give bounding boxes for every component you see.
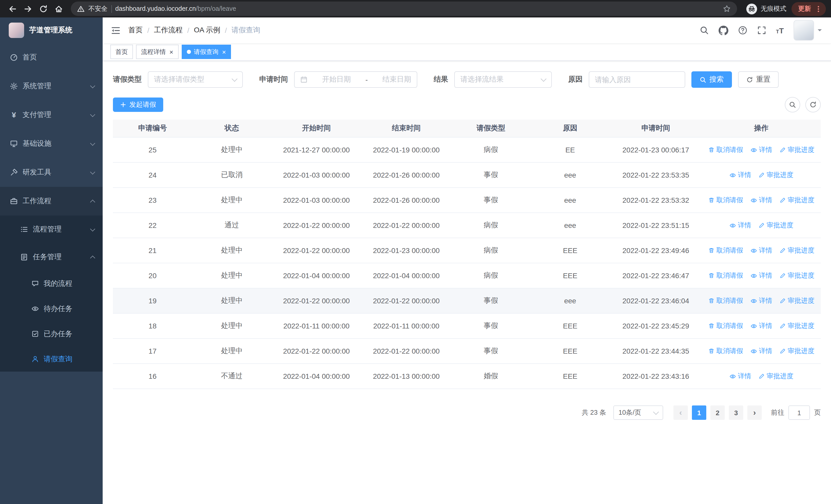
eye-icon — [729, 172, 736, 178]
detail-link[interactable]: 详情 — [750, 246, 772, 255]
page-button-3[interactable]: 3 — [729, 406, 743, 420]
cancel-leave-link[interactable]: 取消请假 — [708, 246, 743, 255]
search-icon[interactable] — [699, 26, 709, 35]
fullscreen-icon[interactable] — [757, 26, 766, 35]
breadcrumb-item[interactable]: 首页 — [128, 26, 143, 35]
reset-button[interactable]: 重置 — [738, 71, 779, 88]
col-status: 状态 — [192, 120, 271, 137]
detail-link[interactable]: 详情 — [750, 196, 772, 205]
sidebar-item-infra[interactable]: 基础设施 — [0, 129, 103, 158]
next-page-button[interactable]: › — [747, 406, 762, 420]
sidebar-item-devtools[interactable]: 研发工具 — [0, 158, 103, 187]
close-icon[interactable]: × — [169, 49, 173, 55]
sidebar-item-workflow[interactable]: 工作流程 — [0, 187, 103, 215]
cancel-leave-link[interactable]: 取消请假 — [708, 271, 743, 280]
sidebar-item-my-process[interactable]: 我的流程 — [0, 271, 103, 296]
create-leave-button[interactable]: 发起请假 — [113, 97, 163, 112]
cell-start-time: 2022-01-22 00:00:00 — [271, 338, 361, 364]
sidebar-item-system[interactable]: 系统管理 — [0, 72, 103, 100]
cancel-leave-link[interactable]: 取消请假 — [708, 347, 743, 356]
sidebar-item-payment[interactable]: ¥ 支付管理 — [0, 100, 103, 129]
detail-link[interactable]: 详情 — [750, 271, 772, 280]
cancel-leave-link[interactable]: 取消请假 — [708, 296, 743, 305]
cancel-leave-link[interactable]: 取消请假 — [708, 196, 743, 205]
detail-link[interactable]: 详情 — [750, 347, 772, 356]
user-menu[interactable] — [794, 20, 822, 40]
breadcrumb-item[interactable]: OA 示例 — [194, 26, 221, 35]
approval-progress-link[interactable]: 审批进度 — [779, 271, 814, 280]
approval-progress-link[interactable]: 审批进度 — [779, 296, 814, 305]
cancel-leave-link[interactable]: 取消请假 — [708, 321, 743, 330]
search-button[interactable]: 搜索 — [691, 71, 732, 88]
filter-reason: 原因 — [568, 71, 685, 88]
end-date-input[interactable]: 结束日期 — [382, 75, 411, 84]
goto-page-input[interactable] — [789, 406, 810, 420]
sidebar-item-leave-query[interactable]: 请假查询 — [0, 347, 103, 372]
page-size-select[interactable]: 10条/页 — [613, 406, 663, 420]
sidebar-item-home[interactable]: 首页 — [0, 43, 103, 72]
approval-progress-link[interactable]: 审批进度 — [779, 145, 814, 154]
date-range-picker[interactable]: 开始日期 - 结束日期 — [294, 71, 417, 88]
user-avatar[interactable] — [794, 20, 814, 40]
sidebar-item-task-mgmt[interactable]: 任务管理 — [0, 243, 103, 271]
bookmark-star-icon[interactable] — [723, 5, 731, 13]
close-icon[interactable]: × — [222, 49, 226, 55]
fold-menu-icon[interactable] — [103, 18, 128, 43]
approval-progress-link[interactable]: 审批进度 — [779, 246, 814, 255]
sidebar-item-todo-tasks[interactable]: 待办任务 — [0, 296, 103, 321]
table-row: 20处理中2022-01-04 00:00:002022-01-04 00:00… — [113, 263, 821, 288]
font-size-icon[interactable]: TT — [776, 26, 784, 34]
approval-progress-link[interactable]: 审批进度 — [758, 372, 793, 381]
prev-page-button[interactable]: ‹ — [674, 406, 688, 420]
approval-progress-link[interactable]: 审批进度 — [779, 321, 814, 330]
result-select[interactable]: 请选择流结果 — [454, 71, 552, 88]
github-icon[interactable] — [718, 25, 728, 35]
tab-home[interactable]: 首页 — [110, 45, 133, 59]
url-text[interactable]: dashboard.yudao.iocoder.cn/bpm/oa/leave — [115, 5, 236, 12]
leave-type-select[interactable]: 请选择请假类型 — [148, 71, 243, 88]
cell-reason: EEE — [531, 338, 610, 364]
approval-progress-link[interactable]: 审批进度 — [758, 170, 793, 180]
create-leave-label: 发起请假 — [130, 100, 156, 109]
tab-label: 首页 — [115, 48, 128, 56]
browser-home-icon[interactable] — [51, 2, 66, 16]
start-date-input[interactable]: 开始日期 — [322, 75, 351, 84]
refresh-table-button[interactable] — [805, 97, 821, 112]
detail-link[interactable]: 详情 — [750, 296, 772, 305]
detail-link[interactable]: 详情 — [750, 321, 772, 330]
toggle-search-button[interactable] — [785, 97, 800, 112]
sidebar-item-label: 工作流程 — [23, 197, 51, 206]
omnibox[interactable]: 不安全 dashboard.yudao.iocoder.cn/bpm/oa/le… — [71, 2, 737, 16]
browser-forward-icon[interactable] — [21, 2, 35, 16]
browser-reload-icon[interactable] — [36, 2, 50, 16]
approval-progress-link[interactable]: 审批进度 — [779, 196, 814, 205]
browser-back-icon[interactable] — [5, 2, 20, 16]
page-button-2[interactable]: 2 — [710, 406, 725, 420]
cancel-leave-link[interactable]: 取消请假 — [708, 145, 743, 154]
detail-link[interactable]: 详情 — [750, 145, 772, 154]
detail-link[interactable]: 详情 — [729, 372, 751, 381]
sidebar-item-done-tasks[interactable]: 已办任务 — [0, 321, 103, 347]
help-icon[interactable] — [738, 26, 747, 35]
detail-link[interactable]: 详情 — [729, 170, 751, 180]
security-label[interactable]: 不安全 — [88, 4, 108, 13]
select-placeholder: 请选择流结果 — [460, 75, 504, 84]
cell-leave-type: 事假 — [451, 313, 531, 338]
cell-apply-time: 2022-01-22 23:44:35 — [610, 338, 702, 364]
tab-process-detail[interactable]: 流程详情 × — [136, 45, 178, 59]
url-path: /bpm/oa/leave — [196, 5, 236, 12]
app-logo[interactable]: 芋道管理系统 — [0, 18, 103, 43]
reason-input[interactable] — [589, 71, 685, 88]
breadcrumb-item[interactable]: 工作流程 — [154, 26, 183, 35]
tab-leave-query[interactable]: 请假查询 × — [181, 45, 231, 59]
detail-link[interactable]: 详情 — [729, 221, 751, 230]
plus-icon — [120, 101, 126, 108]
approval-progress-link[interactable]: 审批进度 — [758, 221, 793, 230]
approval-progress-link[interactable]: 审批进度 — [779, 347, 814, 356]
browser-update-button[interactable]: 更新 — [792, 2, 826, 16]
kebab-menu-icon[interactable] — [814, 5, 822, 12]
sidebar-item-label: 待办任务 — [44, 304, 73, 313]
page-button-1[interactable]: 1 — [692, 406, 706, 420]
sidebar-item-process-mgmt[interactable]: 流程管理 — [0, 215, 103, 243]
tab-label: 流程详情 — [141, 48, 166, 56]
